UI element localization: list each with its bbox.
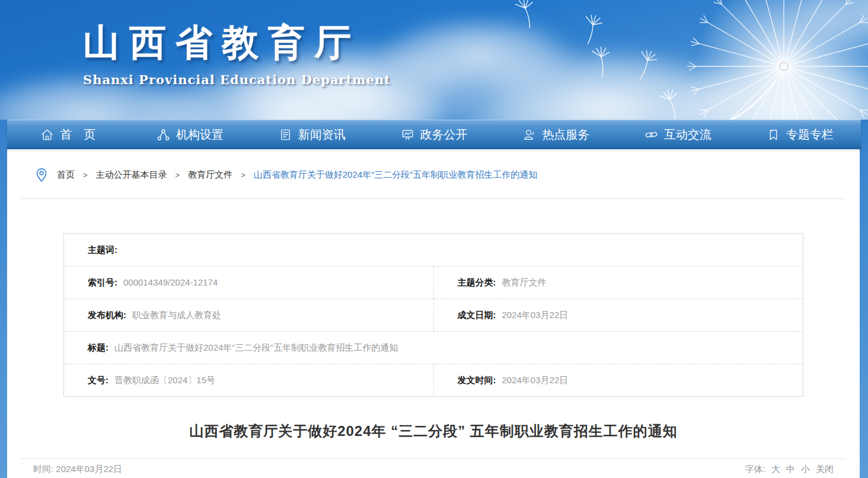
topics-bookmark-icon xyxy=(767,128,780,142)
breadcrumb-separator: > xyxy=(241,171,245,179)
font-size-large-button[interactable]: 大 xyxy=(771,464,780,475)
field-label: 主题分类: xyxy=(458,277,496,287)
field-topic-category: 主题分类:教育厅文件 xyxy=(433,267,803,299)
nav-item-news[interactable]: 新闻资讯 xyxy=(251,120,373,149)
font-size-small-button[interactable]: 小 xyxy=(801,464,810,475)
field-value: 职业教育与成人教育处 xyxy=(132,310,221,320)
field-index-number: 索引号:000014349/2024-12174 xyxy=(64,267,434,299)
breadcrumb-item-dept-files[interactable]: 教育厅文件 xyxy=(188,169,232,181)
field-label: 发文时间: xyxy=(458,375,496,385)
site-title-en: Shanxi Provincial Education Department xyxy=(83,72,391,87)
document-info-table: 主题词: 索引号:000014349/2024-12174 主题分类:教育厅文件… xyxy=(63,233,803,397)
page: 山西省教育厅 Shanxi Provincial Education Depar… xyxy=(0,0,868,478)
nav-item-label: 热点服务 xyxy=(542,127,589,143)
nav-item-hot-service[interactable]: 热点服务 xyxy=(495,120,617,149)
table-row: 标题:山西省教育厅关于做好2024年“三二分段”五年制职业教育招生工作的通知 xyxy=(64,332,803,364)
field-value: 教育厅文件 xyxy=(502,277,547,287)
field-value: 000014349/2024-12174 xyxy=(123,277,218,287)
table-row: 发布机构:职业教育与成人教育处 成文日期:2024年03月22日 xyxy=(64,299,803,332)
home-icon xyxy=(40,128,54,142)
field-publish-time: 发文时间:2024年03月22日 xyxy=(433,364,803,397)
field-label: 发布机构: xyxy=(88,310,126,320)
nav-item-label: 专题专栏 xyxy=(786,127,834,143)
field-title: 标题:山西省教育厅关于做好2024年“三二分段”五年制职业教育招生工作的通知 xyxy=(64,332,803,364)
field-value: 山西省教育厅关于做好2024年“三二分段”五年制职业教育招生工作的通知 xyxy=(114,342,398,352)
table-row: 索引号:000014349/2024-12174 主题分类:教育厅文件 xyxy=(64,267,803,299)
nav-item-interaction[interactable]: 互动交流 xyxy=(617,120,739,149)
site-header: 山西省教育厅 Shanxi Provincial Education Depar… xyxy=(0,0,868,120)
font-controls: 字体: 大 中 小 关闭 xyxy=(745,464,834,475)
nav-item-label: 政务公开 xyxy=(420,127,468,143)
field-label: 索引号: xyxy=(88,277,117,287)
brand: 山西省教育厅 Shanxi Provincial Education Depar… xyxy=(83,18,391,87)
field-value: 晋教职成函〔2024〕15号 xyxy=(114,375,215,385)
nav-item-label: 互动交流 xyxy=(664,127,711,143)
nav-item-topics[interactable]: 专题专栏 xyxy=(739,120,861,149)
site-title-cn: 山西省教育厅 xyxy=(83,18,391,68)
font-size-medium-button[interactable]: 中 xyxy=(786,464,795,475)
breadcrumb-separator: > xyxy=(83,171,88,179)
field-issuing-agency: 发布机构:职业教育与成人教育处 xyxy=(64,299,434,332)
breadcrumb-item-home[interactable]: 首页 xyxy=(57,169,75,181)
nav-item-label: 首 页 xyxy=(60,127,95,143)
field-label: 文号: xyxy=(88,375,108,385)
interaction-link-icon xyxy=(644,128,658,142)
field-subject-words: 主题词: xyxy=(64,234,803,267)
field-written-date: 成文日期:2024年03月22日 xyxy=(433,299,803,332)
field-label: 主题词: xyxy=(88,245,117,255)
breadcrumb: 首页 > 主动公开基本目录 > 教育厅文件 > 山西省教育厅关于做好2024年“… xyxy=(7,152,860,182)
field-value: 2024年03月22日 xyxy=(502,310,569,320)
field-value: 2024年03月22日 xyxy=(502,375,569,385)
document-title: 山西省教育厅关于做好2024年 “三二分段” 五年制职业教育招生工作的通知 xyxy=(43,422,824,441)
section-divider xyxy=(21,198,845,199)
field-label: 标题: xyxy=(88,342,108,352)
table-row: 主题词: xyxy=(64,234,803,267)
main-nav: 首 页 机构设置 新闻资讯 政务公开 xyxy=(7,120,861,149)
nav-item-gov-open[interactable]: 政务公开 xyxy=(373,120,495,149)
field-label: 成文日期: xyxy=(458,310,496,320)
hot-service-icon xyxy=(522,128,536,142)
time-label: 时间: xyxy=(33,464,53,474)
news-icon xyxy=(279,128,292,142)
document-meta-bar: 时间: 2024年03月22日 字体: 大 中 小 关闭 xyxy=(21,458,845,475)
nav-item-label: 机构设置 xyxy=(176,127,224,143)
content: 首页 > 主动公开基本目录 > 教育厅文件 > 山西省教育厅关于做好2024年“… xyxy=(7,149,860,478)
nav-item-label: 新闻资讯 xyxy=(298,127,346,143)
breadcrumb-item-catalog[interactable]: 主动公开基本目录 xyxy=(96,169,167,181)
breadcrumb-separator: > xyxy=(175,171,180,179)
org-structure-icon xyxy=(157,128,170,142)
font-size-label: 字体: xyxy=(745,464,765,475)
location-pin-icon xyxy=(34,167,49,182)
publish-time: 时间: 2024年03月22日 xyxy=(33,464,122,475)
nav-item-org[interactable]: 机构设置 xyxy=(129,120,251,149)
field-doc-number: 文号:晋教职成函〔2024〕15号 xyxy=(64,364,434,397)
table-row: 文号:晋教职成函〔2024〕15号 发文时间:2024年03月22日 xyxy=(64,364,803,397)
breadcrumb-item-current: 山西省教育厅关于做好2024年“三二分段”五年制职业教育招生工作的通知 xyxy=(254,169,537,181)
nav-item-home[interactable]: 首 页 xyxy=(7,120,129,149)
time-value: 2024年03月22日 xyxy=(56,464,122,474)
gov-open-icon xyxy=(401,128,414,142)
close-button[interactable]: 关闭 xyxy=(816,464,834,475)
